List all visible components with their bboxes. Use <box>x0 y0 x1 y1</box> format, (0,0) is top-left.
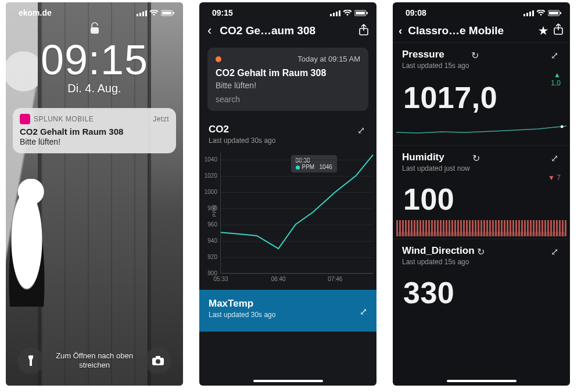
pressure-subtitle: Last updated 15s ago <box>402 62 469 70</box>
svg-rect-8 <box>28 355 33 358</box>
svg-rect-3 <box>145 10 147 16</box>
svg-rect-6 <box>173 12 174 14</box>
humidity-sparkline <box>396 220 566 236</box>
expand-button[interactable]: ⤢ <box>548 152 561 165</box>
back-button[interactable]: ‹ <box>205 23 214 38</box>
phone-lockscreen: ekom.de 09:15 Di. 4. Aug. SPLUNK MOBIL <box>6 2 183 386</box>
phone-co2-detail: 09:15 ‹ CO2 Ge…aum 308 Today at 09:15 AM… <box>199 2 376 386</box>
co2-panel-subtitle: Last updated 30s ago <box>209 136 275 145</box>
share-icon <box>554 23 563 35</box>
humidity-value: 100 <box>393 168 570 220</box>
pressure-sparkline <box>396 118 566 142</box>
notification-title: CO2 Gehalt im Raum 308 <box>20 127 169 136</box>
pressure-value: 1017,0 <box>393 66 570 118</box>
svg-point-28 <box>561 125 564 128</box>
alert-card[interactable]: Today at 09:15 AM CO2 Gehalt im Raum 308… <box>207 48 368 111</box>
phone-dashboard: 09:08 ‹ Classro…e Mobile ★ Pressure Last… <box>393 2 570 386</box>
humidity-title: Humidity <box>402 152 470 163</box>
maxtemp-panel[interactable]: MaxTemp Last updated 30s ago ⤢ <box>199 290 376 332</box>
back-button[interactable]: ‹ <box>399 24 402 37</box>
signal-icon <box>137 10 147 16</box>
svg-rect-15 <box>339 10 340 16</box>
alert-title: CO2 Gehalt im Raum 308 <box>216 68 360 78</box>
expand-button[interactable]: ⤢ <box>360 306 367 317</box>
maxtemp-title: MaxTemp <box>209 298 367 310</box>
co2-panel-title: CO2 <box>209 124 275 135</box>
co2-chart[interactable]: PPM 08:30 PPM 1046 900920940960980100010… <box>199 146 376 277</box>
wind-title: Wind_Direction <box>402 245 475 257</box>
x-tick: 07:46 <box>328 276 342 282</box>
svg-rect-22 <box>529 12 531 16</box>
svg-rect-17 <box>356 12 365 15</box>
svg-point-11 <box>156 359 160 364</box>
refresh-button[interactable]: ↻ <box>469 49 483 62</box>
wifi-icon <box>343 10 352 16</box>
svg-rect-12 <box>330 14 332 16</box>
svg-rect-2 <box>142 12 144 16</box>
page-title: CO2 Ge…aum 308 <box>220 24 353 37</box>
alert-timestamp: Today at 09:15 AM <box>297 55 360 63</box>
flashlight-button[interactable] <box>17 347 44 374</box>
flashlight-icon <box>26 354 36 367</box>
clock: 09:15 <box>6 39 183 81</box>
home-indicator[interactable] <box>253 380 323 382</box>
svg-rect-5 <box>162 12 171 15</box>
wifi-icon <box>536 10 546 16</box>
trend-down-icon: ▼ <box>548 174 555 182</box>
refresh-button[interactable]: ↻ <box>475 245 489 258</box>
humidity-subtitle: Last updated just now <box>402 164 470 172</box>
page-title: Classro…e Mobile <box>408 24 533 37</box>
battery-icon <box>161 10 175 16</box>
carrier-label: ekom.de <box>19 8 52 17</box>
refresh-button[interactable]: ↻ <box>470 152 485 165</box>
svg-rect-18 <box>367 12 368 14</box>
signal-icon <box>330 10 340 16</box>
svg-rect-13 <box>333 13 335 16</box>
svg-rect-14 <box>336 12 338 16</box>
notification-time: Jetzt <box>153 115 169 123</box>
status-bar: 09:15 <box>199 2 376 20</box>
svg-rect-1 <box>139 13 141 16</box>
y-tick: 940 <box>199 238 217 244</box>
alert-body: Bitte lüften! <box>216 81 360 90</box>
svg-rect-20 <box>523 14 525 16</box>
svg-rect-21 <box>526 13 528 16</box>
svg-rect-25 <box>549 12 558 15</box>
notification[interactable]: SPLUNK MOBILE Jetzt CO2 Gehalt im Raum 3… <box>13 108 176 153</box>
co2-panel-header: CO2 Last updated 30s ago ⤢ <box>199 119 376 146</box>
alert-severity-dot <box>216 56 221 62</box>
trend-up-icon: ▲ <box>554 71 561 79</box>
signal-icon <box>523 10 534 16</box>
svg-rect-10 <box>156 356 160 358</box>
y-tick: 1020 <box>199 172 217 179</box>
favorite-button[interactable]: ★ <box>539 24 548 37</box>
date: Di. 4. Aug. <box>6 82 183 95</box>
y-tick: 920 <box>199 254 217 260</box>
wifi-icon <box>149 10 159 16</box>
x-tick: 06:40 <box>271 276 286 282</box>
maxtemp-subtitle: Last updated 30s ago <box>209 311 367 319</box>
camera-button[interactable] <box>145 347 171 374</box>
status-bar: 09:08 <box>393 2 570 20</box>
expand-button[interactable]: ⤢ <box>548 49 561 62</box>
battery-icon <box>354 10 368 16</box>
svg-rect-0 <box>137 14 138 16</box>
y-tick: 960 <box>199 221 217 228</box>
alert-search-label: search <box>216 95 360 104</box>
y-tick: 980 <box>199 205 217 211</box>
notification-app-icon <box>20 114 30 124</box>
y-tick: 1040 <box>199 156 217 163</box>
x-tick: 05:33 <box>213 276 228 282</box>
swipe-hint: Zum Öffnen nach oben streichen <box>54 351 135 371</box>
share-button[interactable] <box>554 23 563 38</box>
share-icon <box>359 24 368 35</box>
status-time: 09:08 <box>406 8 426 17</box>
wind-value: 330 <box>393 267 570 314</box>
expand-button[interactable]: ⤢ <box>548 245 561 258</box>
wallpaper-dog <box>6 179 48 307</box>
camera-icon <box>152 355 164 366</box>
wind-subtitle: Last updated 15s ago <box>402 258 475 266</box>
expand-button[interactable]: ⤢ <box>355 124 367 137</box>
home-indicator[interactable] <box>447 380 517 382</box>
share-button[interactable] <box>359 24 368 38</box>
